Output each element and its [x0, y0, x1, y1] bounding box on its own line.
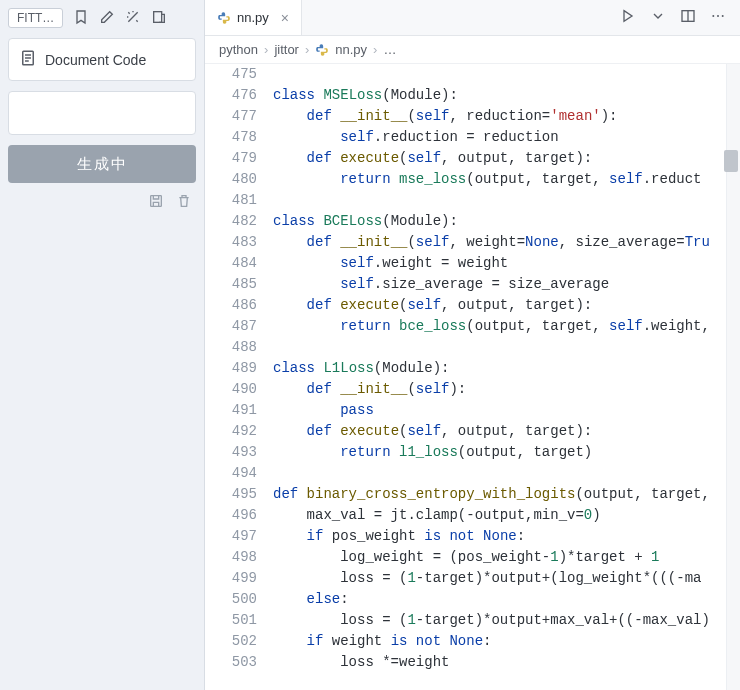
- line-number: 492: [205, 421, 257, 442]
- code-line[interactable]: self.reduction = reduction: [273, 127, 740, 148]
- line-number: 484: [205, 253, 257, 274]
- svg-point-5: [717, 15, 719, 17]
- code-line[interactable]: def execute(self, output, target):: [273, 148, 740, 169]
- line-number: 485: [205, 274, 257, 295]
- code-line[interactable]: def __init__(self, weight=None, size_ave…: [273, 232, 740, 253]
- sidebar-icon-group: [73, 9, 167, 28]
- line-number: 496: [205, 505, 257, 526]
- chevron-right-icon: ›: [264, 42, 268, 57]
- code-line[interactable]: def __init__(self, reduction='mean'):: [273, 106, 740, 127]
- line-number: 478: [205, 127, 257, 148]
- code-line[interactable]: [273, 64, 740, 85]
- line-number: 475: [205, 64, 257, 85]
- tab-nn-py[interactable]: nn.py ×: [205, 0, 302, 35]
- code-line[interactable]: log_weight = (pos_weight-1)*target + 1: [273, 547, 740, 568]
- bookmark-icon[interactable]: [73, 9, 89, 28]
- code-line[interactable]: class MSELoss(Module):: [273, 85, 740, 106]
- code-line[interactable]: return bce_loss(output, target, self.wei…: [273, 316, 740, 337]
- close-icon[interactable]: ×: [281, 10, 289, 26]
- code-line[interactable]: def binary_cross_entropy_with_logits(out…: [273, 484, 740, 505]
- document-icon: [19, 49, 37, 70]
- line-number: 498: [205, 547, 257, 568]
- line-number: 495: [205, 484, 257, 505]
- sidebar-item-label: Document Code: [45, 52, 146, 68]
- split-editor-icon[interactable]: [680, 8, 696, 27]
- line-number: 486: [205, 295, 257, 316]
- sidebar-tab-label: FITT…: [17, 11, 54, 25]
- edit-icon[interactable]: [99, 9, 115, 28]
- export-icon[interactable]: [151, 9, 167, 28]
- sidebar-tab[interactable]: FITT…: [8, 8, 63, 28]
- breadcrumb-item[interactable]: jittor: [274, 42, 299, 57]
- line-number: 488: [205, 337, 257, 358]
- code-line[interactable]: [273, 190, 740, 211]
- sidebar: FITT… Document Code 生成中: [0, 0, 205, 690]
- code-line[interactable]: def execute(self, output, target):: [273, 295, 740, 316]
- line-number: 476: [205, 85, 257, 106]
- code-editor[interactable]: 4754764774784794804814824834844854864874…: [205, 64, 740, 690]
- line-number: 483: [205, 232, 257, 253]
- chevron-down-icon[interactable]: [650, 8, 666, 27]
- sidebar-item-document-code[interactable]: Document Code: [8, 38, 196, 81]
- trash-icon[interactable]: [176, 193, 192, 212]
- code-line[interactable]: if weight is not None:: [273, 631, 740, 652]
- code-line[interactable]: self.weight = weight: [273, 253, 740, 274]
- line-number: 497: [205, 526, 257, 547]
- line-number: 477: [205, 106, 257, 127]
- code-line[interactable]: return mse_loss(output, target, self.red…: [273, 169, 740, 190]
- code-line[interactable]: def __init__(self):: [273, 379, 740, 400]
- generate-button[interactable]: 生成中: [8, 145, 196, 183]
- svg-rect-2: [151, 196, 162, 207]
- breadcrumb-item[interactable]: python: [219, 42, 258, 57]
- more-icon[interactable]: [710, 8, 726, 27]
- run-icon[interactable]: [620, 8, 636, 27]
- python-icon: [315, 43, 329, 57]
- sidebar-bottom-icons: [8, 183, 196, 222]
- code-line[interactable]: [273, 463, 740, 484]
- code-line[interactable]: else:: [273, 589, 740, 610]
- code-line[interactable]: loss = (1-target)*output+max_val+((-max_…: [273, 610, 740, 631]
- line-number: 489: [205, 358, 257, 379]
- code-line[interactable]: pass: [273, 400, 740, 421]
- sidebar-input[interactable]: [8, 91, 196, 135]
- main: nn.py × python › jittor › nn.py › … 4754…: [205, 0, 740, 690]
- code-area[interactable]: class MSELoss(Module): def __init__(self…: [267, 64, 740, 690]
- code-line[interactable]: self.size_average = size_average: [273, 274, 740, 295]
- code-line[interactable]: return l1_loss(output, target): [273, 442, 740, 463]
- chevron-right-icon: ›: [373, 42, 377, 57]
- code-line[interactable]: max_val = jt.clamp(-output,min_v=0): [273, 505, 740, 526]
- line-number: 502: [205, 631, 257, 652]
- code-line[interactable]: class BCELoss(Module):: [273, 211, 740, 232]
- line-number-gutter: 4754764774784794804814824834844854864874…: [205, 64, 267, 690]
- breadcrumb-item[interactable]: nn.py: [335, 42, 367, 57]
- svg-rect-0: [154, 11, 162, 22]
- line-number: 503: [205, 652, 257, 673]
- wand-icon[interactable]: [125, 9, 141, 28]
- svg-point-4: [712, 15, 714, 17]
- line-number: 487: [205, 316, 257, 337]
- line-number: 501: [205, 610, 257, 631]
- tabbar: nn.py ×: [205, 0, 740, 36]
- code-line[interactable]: [273, 337, 740, 358]
- breadcrumb[interactable]: python › jittor › nn.py › …: [205, 36, 740, 64]
- line-number: 500: [205, 589, 257, 610]
- code-line[interactable]: if pos_weight is not None:: [273, 526, 740, 547]
- line-number: 491: [205, 400, 257, 421]
- code-line[interactable]: loss = (1-target)*output+(log_weight*(((…: [273, 568, 740, 589]
- tab-label: nn.py: [237, 10, 269, 25]
- code-line[interactable]: loss *=weight: [273, 652, 740, 673]
- line-number: 494: [205, 463, 257, 484]
- breadcrumb-item[interactable]: …: [383, 42, 396, 57]
- chevron-right-icon: ›: [305, 42, 309, 57]
- line-number: 481: [205, 190, 257, 211]
- line-number: 493: [205, 442, 257, 463]
- line-number: 480: [205, 169, 257, 190]
- python-icon: [217, 11, 231, 25]
- scrollbar-thumb[interactable]: [724, 150, 738, 172]
- line-number: 479: [205, 148, 257, 169]
- tabbar-actions: [620, 8, 740, 27]
- sidebar-top-row: FITT…: [8, 6, 196, 38]
- save-icon[interactable]: [148, 193, 164, 212]
- code-line[interactable]: def execute(self, output, target):: [273, 421, 740, 442]
- code-line[interactable]: class L1Loss(Module):: [273, 358, 740, 379]
